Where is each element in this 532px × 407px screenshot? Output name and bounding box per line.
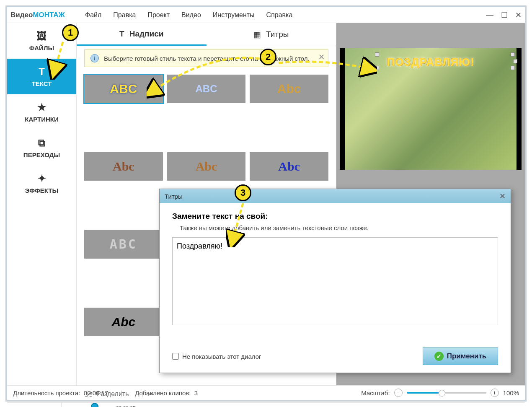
annotation-arrow [147, 50, 264, 101]
dialog-heading: Замените текст на свой: [172, 212, 498, 221]
apply-label: Применить [447, 352, 487, 360]
tab-label: Надписи [129, 29, 164, 39]
close-icon[interactable]: ✕ [515, 10, 522, 20]
text-style-6[interactable]: Abc [250, 152, 328, 181]
star-icon: ★ [37, 101, 46, 113]
sidebar-label: ПЕРЕХОДЫ [23, 151, 60, 158]
text-icon: T [39, 66, 45, 78]
zoom-value: 100% [503, 389, 519, 397]
timeline-ruler[interactable]: 00:00:05 [62, 403, 525, 407]
menubar: ВидеоМОНТАЖ Файл Правка Проект Видео Инс… [7, 7, 525, 23]
sidebar-label: ЭФФЕКТЫ [25, 187, 58, 194]
zoom-out-button[interactable]: − [394, 389, 403, 397]
tab-titles[interactable]: ▦Титры [207, 23, 336, 46]
playhead[interactable] [93, 403, 94, 407]
checkbox-input[interactable] [172, 353, 179, 360]
sidebar-item-transitions[interactable]: ⧉ПЕРЕХОДЫ [7, 130, 76, 166]
status-bar: Длительность проекта: 00:00:17 | Добавле… [7, 385, 525, 400]
annotation-badge-2: 2 [260, 49, 276, 65]
film-icon: ▦ [253, 30, 261, 39]
sidebar-item-pictures[interactable]: ★КАРТИНКИ [7, 94, 76, 130]
dialog-text-input[interactable] [172, 237, 498, 325]
zoom-in-button[interactable]: + [491, 389, 499, 397]
resize-handle[interactable] [511, 66, 515, 70]
apply-button[interactable]: ✓ Применить [423, 347, 498, 365]
sidebar-label: ТЕКСТ [32, 80, 52, 87]
annotation-badge-3: 3 [235, 184, 251, 201]
dialog-title: Титры [165, 193, 183, 200]
annotation-arrow [46, 38, 71, 80]
menu-edit[interactable]: Правка [113, 11, 136, 19]
timestamp: 00:00:05 [116, 405, 136, 407]
tab-captions[interactable]: TНадписи [77, 23, 207, 46]
text-style-7[interactable]: ABC [84, 230, 163, 259]
minimize-icon[interactable]: — [486, 10, 493, 20]
annotation-badge-1: 1 [62, 24, 79, 41]
menu-video[interactable]: Видео [181, 11, 201, 19]
menu-file[interactable]: Файл [85, 11, 101, 19]
annotation-arrow [226, 201, 251, 247]
dialog-close-icon[interactable]: ✕ [499, 192, 506, 201]
dialog-titlebar[interactable]: Титры ✕ [160, 189, 511, 203]
dont-show-checkbox[interactable]: Не показывать этот диалог [172, 353, 261, 360]
resize-handle[interactable] [511, 52, 515, 57]
preview-text-overlay[interactable]: ПОЗДРАВЛЯЮ! [387, 56, 474, 69]
zoom-label: Масштаб: [361, 389, 390, 397]
maximize-icon[interactable]: ☐ [501, 10, 508, 20]
resize-handle[interactable] [513, 59, 517, 63]
app-logo: ВидеоМОНТАЖ [10, 11, 65, 19]
text-style-5[interactable]: Abc [167, 152, 246, 181]
clips-label: Добавлено клипов: 3 [135, 389, 198, 397]
zoom-slider[interactable] [407, 392, 486, 394]
checkbox-label: Не показывать этот диалог [182, 353, 261, 360]
sidebar-label: КАРТИНКИ [25, 116, 59, 123]
text-style-4[interactable]: Abc [84, 152, 163, 181]
menu-project[interactable]: Проект [147, 11, 170, 19]
check-icon: ✓ [434, 352, 444, 361]
image-icon: 🖼 [37, 30, 47, 42]
titles-dialog: Титры ✕ Замените текст на свой: Также вы… [159, 189, 511, 373]
annotation-arrow [276, 54, 377, 80]
transitions-icon: ⧉ [38, 137, 45, 149]
menu-help[interactable]: Справка [266, 11, 293, 19]
menu-tools[interactable]: Инструменты [213, 11, 255, 19]
sidebar-item-effects[interactable]: ✦ЭФФЕКТЫ [7, 166, 76, 201]
timeline: T👁 🎥 ♫🔊 🎤🔊 00:00:05 T Поздравляю! 2.0 [7, 403, 525, 407]
duration-label: Длительность проекта: 00:00:17 [13, 389, 108, 397]
text-style-10[interactable]: Abc [84, 308, 163, 336]
track-text[interactable]: T👁 [7, 403, 61, 407]
wand-icon: ✦ [38, 173, 46, 184]
info-icon: i [90, 54, 99, 62]
tab-label: Титры [266, 30, 289, 39]
